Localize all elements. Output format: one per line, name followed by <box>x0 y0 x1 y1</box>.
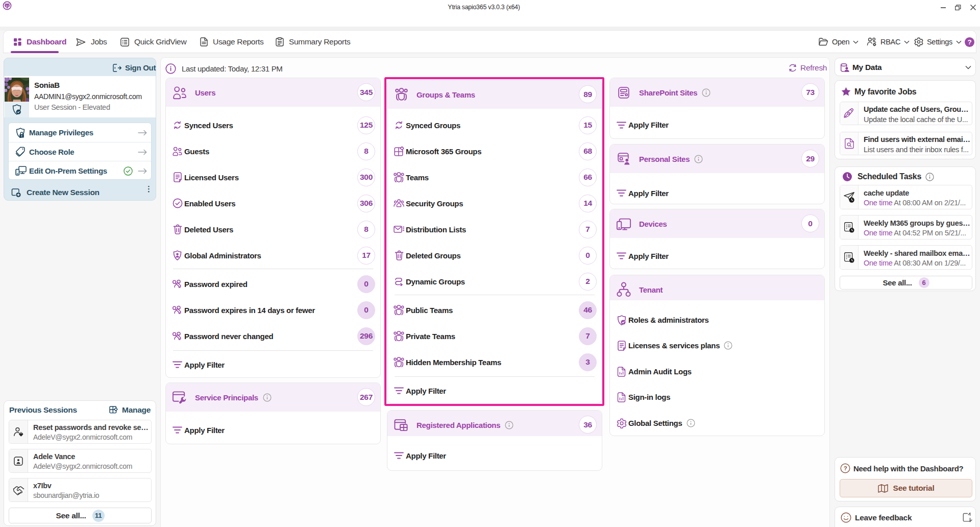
svg-text:?: ? <box>844 465 847 471</box>
